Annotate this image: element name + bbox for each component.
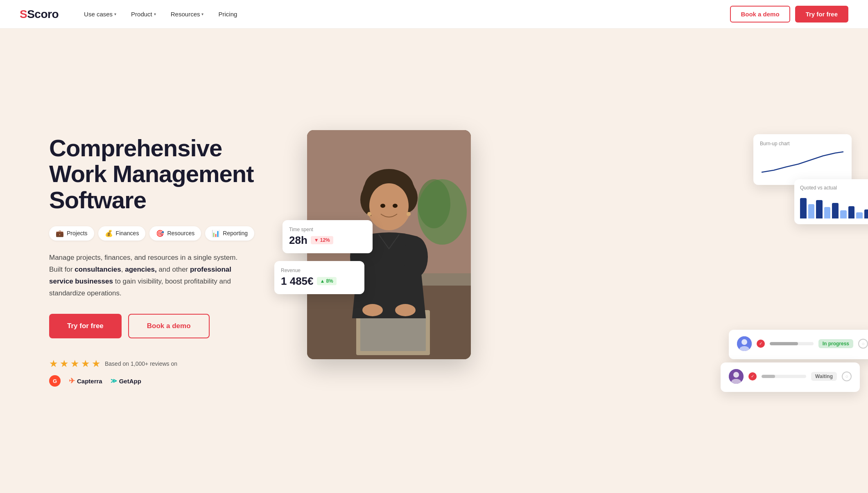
target-icon: 🎯 [156, 230, 164, 237]
nav-item-usecases[interactable]: Use cases ▾ [78, 7, 122, 21]
star-3: ★ [70, 358, 79, 369]
svg-point-13 [380, 204, 385, 208]
time-spent-card: Time spent 28h ▼ 12% [283, 220, 373, 253]
g2-icon: G [49, 375, 61, 387]
nav-label-pricing: Pricing [218, 11, 237, 18]
capterra-icon: ✈ [69, 376, 75, 385]
tag-resources[interactable]: 🎯 Resources [149, 226, 201, 241]
svg-point-18 [403, 236, 428, 277]
revenue-value: 1 485€ [281, 275, 314, 288]
bar-4 [824, 207, 831, 218]
cta-row: Try for free Book a demo [49, 314, 262, 338]
hero-left: Comprehensive Work Management Software 💼… [49, 135, 262, 387]
nav-item-pricing[interactable]: Pricing [212, 7, 243, 21]
time-spent-value: 28h [289, 234, 307, 247]
revenue-badge: ▲ 8% [317, 277, 337, 285]
nav-label-product: Product [131, 11, 152, 18]
tag-label-projects: Projects [67, 230, 88, 236]
money-icon: 💰 [105, 230, 113, 237]
tag-reporting[interactable]: 📊 Reporting [205, 226, 254, 241]
review-logos-row: G ✈ Capterra ≫ GetApp [49, 375, 262, 387]
tag-finances[interactable]: 💰 Finances [98, 226, 146, 241]
star-1: ★ [49, 358, 58, 369]
tag-projects[interactable]: 💼 Projects [49, 226, 94, 241]
bold-agencies: agencies, [125, 266, 157, 273]
stars-row: ★ ★ ★ ★ ★ Based on 1,000+ reviews on [49, 358, 262, 369]
progress-item-1: ✓ In progress ○ [737, 336, 868, 351]
burn-up-chart [760, 150, 845, 178]
star-4: ★ [81, 358, 90, 369]
burn-up-card: Burn-up chart [753, 134, 852, 185]
svg-point-20 [395, 304, 416, 316]
check-circle-icon-1: ○ [858, 339, 868, 349]
tag-label-resources: Resources [167, 230, 194, 236]
logo-s: S [20, 8, 27, 20]
briefcase-icon: 💼 [56, 230, 64, 237]
try-free-hero-button[interactable]: Try for free [49, 314, 122, 338]
progress-fill-1 [770, 342, 798, 345]
try-free-nav-button[interactable]: Try for free [795, 6, 848, 23]
getapp-logo: ≫ GetApp [111, 377, 141, 385]
nav-links: Use cases ▾ Product ▾ Resources ▾ Pricin… [78, 7, 730, 21]
reviews-section: ★ ★ ★ ★ ★ Based on 1,000+ reviews on G ✈… [49, 358, 262, 387]
check-circle-icon-2: ○ [842, 371, 852, 381]
navbar: SScoro Use cases ▾ Product ▾ Resources ▾… [0, 0, 868, 29]
svg-point-16 [407, 212, 411, 216]
time-spent-change: 12% [320, 237, 330, 243]
quoted-vs-actual-card: Quoted vs actual [794, 179, 868, 224]
getapp-icon: ≫ [111, 377, 117, 385]
bar-8 [856, 212, 863, 218]
star-rating: ★ ★ ★ ★ ★ [49, 358, 101, 369]
bar-9 [864, 209, 868, 218]
chevron-down-icon: ▾ [201, 12, 203, 16]
chevron-down-icon: ▾ [154, 12, 156, 16]
book-demo-hero-button[interactable]: Book a demo [128, 314, 210, 338]
nav-item-resources[interactable]: Resources ▾ [165, 7, 210, 21]
burn-up-title: Burn-up chart [760, 141, 845, 146]
svg-rect-6 [360, 314, 426, 351]
logo-text: SScoro [20, 8, 59, 21]
bar-2 [808, 204, 815, 218]
hero-right: Burn-up chart Quoted vs actual [287, 138, 835, 384]
hero-title: Comprehensive Work Management Software [49, 135, 262, 213]
star-2: ★ [60, 358, 69, 369]
star-5: ★ [92, 358, 101, 369]
bar-7 [848, 206, 855, 218]
revenue-label: Revenue [281, 268, 358, 273]
progress-item-2: ✓ Waiting ○ [729, 369, 852, 384]
svg-point-3 [418, 179, 450, 228]
status-waiting: Waiting [811, 372, 837, 381]
logo-name: Scoro [27, 8, 59, 20]
svg-point-25 [733, 372, 739, 378]
bold-consultancies: consultancies [75, 266, 121, 273]
avatar-2 [729, 369, 744, 384]
svg-point-15 [367, 212, 371, 216]
svg-point-14 [393, 204, 398, 208]
progress-bar-2 [762, 375, 806, 378]
in-progress-card: ✓ In progress ○ [729, 330, 868, 359]
progress-fill-2 [762, 375, 775, 378]
tick-icon-1: ✓ [757, 340, 765, 348]
revenue-card: Revenue 1 485€ ▲ 8% [274, 261, 364, 294]
revenue-value-row: 1 485€ ▲ 8% [281, 275, 358, 288]
waiting-card: ✓ Waiting ○ [721, 362, 860, 392]
reviews-text: Based on 1,000+ reviews on [105, 360, 177, 367]
logo[interactable]: SScoro [20, 8, 59, 21]
svg-point-12 [369, 183, 409, 228]
bar-5 [832, 203, 839, 218]
capterra-text: Capterra [77, 378, 102, 385]
revenue-change: 8% [326, 278, 333, 284]
tag-label-reporting: Reporting [223, 230, 248, 236]
avatar-1 [737, 336, 752, 351]
getapp-text: GetApp [119, 378, 141, 385]
capterra-logo: ✈ Capterra [69, 376, 102, 385]
book-demo-button[interactable]: Book a demo [730, 6, 790, 23]
progress-bar-1 [770, 342, 814, 345]
nav-item-product[interactable]: Product ▾ [125, 7, 162, 21]
hero-section: Comprehensive Work Management Software 💼… [0, 29, 868, 493]
chart-icon: 📊 [212, 230, 220, 237]
tick-icon-2: ✓ [748, 372, 757, 380]
time-spent-badge: ▼ 12% [311, 236, 333, 244]
quoted-vs-actual-title: Quoted vs actual [800, 185, 868, 191]
svg-point-19 [362, 304, 383, 316]
